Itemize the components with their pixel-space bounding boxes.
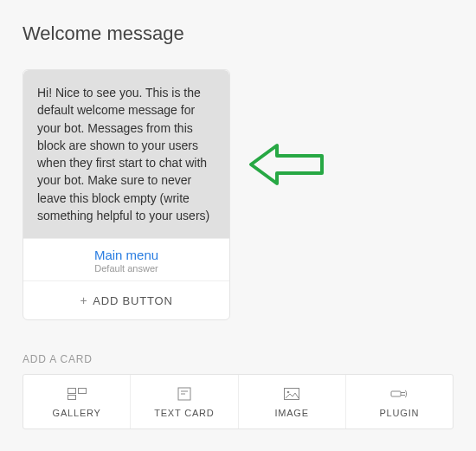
card-option-plugin[interactable]: PLUGIN: [346, 375, 453, 428]
add-card-section: ADD A CARD GALLERY TEXT CARD: [23, 353, 453, 429]
add-button[interactable]: + ADD BUTTON: [23, 281, 229, 319]
plus-icon: +: [80, 293, 87, 307]
card-option-label: TEXT CARD: [134, 408, 234, 418]
text-card-icon: [134, 385, 234, 403]
gallery-icon: [27, 385, 126, 403]
welcome-card-row: Hi! Nice to see you. This is the default…: [23, 69, 453, 320]
annotation-arrow: [248, 139, 325, 190]
plugin-icon: [350, 385, 449, 403]
add-card-label: ADD A CARD: [23, 353, 453, 365]
main-menu-link[interactable]: Main menu: [30, 248, 222, 262]
card-option-text-card[interactable]: TEXT CARD: [131, 375, 238, 428]
svg-point-7: [287, 391, 290, 394]
card-option-label: GALLERY: [27, 408, 126, 418]
card-option-label: PLUGIN: [350, 408, 449, 418]
card-option-gallery[interactable]: GALLERY: [23, 375, 131, 428]
svg-rect-1: [78, 389, 86, 394]
svg-rect-8: [391, 391, 401, 396]
welcome-card: Hi! Nice to see you. This is the default…: [23, 69, 230, 320]
card-options: GALLERY TEXT CARD IMAGE: [23, 374, 453, 429]
arrow-left-icon: [248, 139, 325, 190]
svg-rect-0: [68, 389, 75, 394]
welcome-message-text[interactable]: Hi! Nice to see you. This is the default…: [23, 70, 229, 238]
menu-slot[interactable]: Main menu Default answer: [23, 238, 229, 281]
add-button-label: ADD BUTTON: [93, 294, 172, 307]
card-option-image[interactable]: IMAGE: [239, 375, 346, 428]
card-option-label: IMAGE: [242, 408, 342, 418]
image-icon: [242, 385, 342, 403]
svg-rect-2: [68, 396, 75, 400]
page-title: Welcome message: [23, 23, 453, 45]
menu-sub-label: Default answer: [30, 263, 222, 274]
